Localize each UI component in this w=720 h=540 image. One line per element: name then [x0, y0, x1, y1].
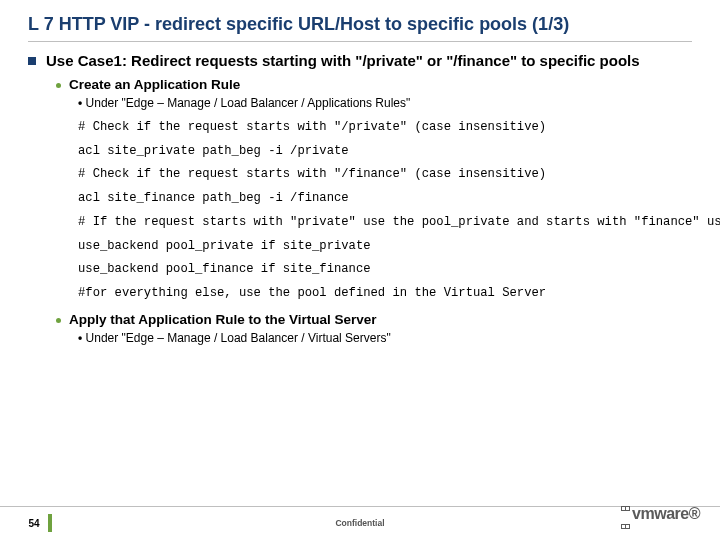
step2-row: Apply that Application Rule to the Virtu…	[56, 312, 692, 327]
step2-heading: Apply that Application Rule to the Virtu…	[69, 312, 377, 327]
step1-path: Under "Edge – Manage / Load Balancer / A…	[78, 96, 692, 110]
step1-row: Create an Application Rule	[56, 77, 692, 92]
use-case-heading-row: Use Case1: Redirect requests starting wi…	[28, 52, 692, 71]
footer-divider	[0, 506, 720, 507]
dot-bullet-icon	[56, 83, 61, 88]
dot-bullet-icon	[56, 318, 61, 323]
step1-heading: Create an Application Rule	[69, 77, 240, 92]
footer: 54 Confidential vmware®	[0, 506, 720, 540]
slide: L 7 HTTP VIP - redirect specific URL/Hos…	[0, 0, 720, 540]
vmware-logo-icon	[621, 497, 629, 533]
step1-code-block: # Check if the request starts with "/pri…	[78, 116, 692, 306]
vmware-logo-text: vmware	[632, 505, 689, 522]
confidential-label: Confidential	[0, 518, 720, 528]
vmware-logo: vmware®	[621, 497, 700, 533]
square-bullet-icon	[28, 57, 36, 65]
step2-path: Under "Edge – Manage / Load Balancer / V…	[78, 331, 692, 345]
slide-title: L 7 HTTP VIP - redirect specific URL/Hos…	[28, 14, 692, 42]
use-case-heading: Use Case1: Redirect requests starting wi…	[46, 52, 640, 71]
